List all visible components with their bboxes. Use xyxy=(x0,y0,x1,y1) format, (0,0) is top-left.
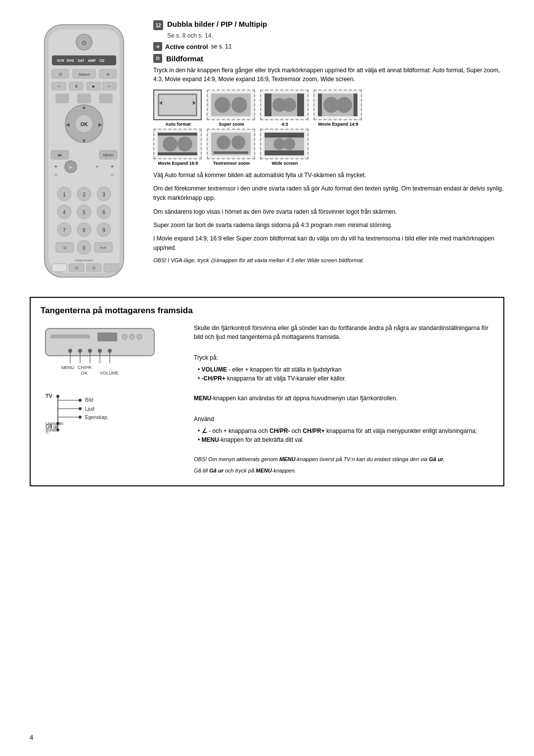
svg-rect-95 xyxy=(158,152,197,155)
section-pip-subtitle: Se s. 8 och s. 14. xyxy=(167,32,504,39)
svg-text:VOLUME: VOLUME xyxy=(100,371,119,376)
format-movieexpand149: Movie Expand 14:9 xyxy=(313,90,363,127)
svg-rect-77 xyxy=(159,95,196,115)
svg-text:⊘: ⊘ xyxy=(106,72,110,77)
svg-text:⊡: ⊡ xyxy=(59,72,62,77)
svg-text:VCR: VCR xyxy=(57,59,64,62)
active-control-row: ⊘ Active control se s. 11 xyxy=(153,42,504,51)
section-num-pip: 12 xyxy=(153,20,163,30)
svg-text:OK: OK xyxy=(81,371,88,376)
svg-text:DVD: DVD xyxy=(67,59,74,62)
svg-rect-75 xyxy=(104,264,119,272)
svg-text:MENU: MENU xyxy=(103,153,114,157)
svg-rect-103 xyxy=(265,133,304,138)
svg-text:8: 8 xyxy=(83,228,86,233)
svg-point-87 xyxy=(282,98,296,112)
svg-point-137 xyxy=(79,416,82,419)
bullet-nav: • ∠ - och + knapparna och CH/PR- och CH/… xyxy=(198,426,493,435)
format-movieexpand149-label: Movie Expand 14:9 xyxy=(313,122,363,127)
svg-text:SAT: SAT xyxy=(78,59,85,62)
svg-text:2: 2 xyxy=(83,192,86,197)
section-pip-header: 12 Dubbla bilder / PIP / Multipip xyxy=(153,20,504,30)
content-area: 12 Dubbla bilder / PIP / Multipip Se s. … xyxy=(153,20,504,282)
active-control-ref: se s. 11 xyxy=(211,43,232,50)
svg-rect-101 xyxy=(214,151,248,154)
bottom-right-text: Skulle din fjärrkontroll försvinna eller… xyxy=(194,324,493,477)
svg-text:⊡: ⊡ xyxy=(63,246,66,249)
format-movieexpand169: Movie Expand 16:9 xyxy=(153,129,203,166)
bullet-chpr: • -CH/PR+ knapparna för att välja TV-kan… xyxy=(198,374,493,383)
bottom-section: Tangenterna på mottagarens framsida xyxy=(30,297,504,486)
svg-point-134 xyxy=(79,407,82,410)
svg-text:▲: ▲ xyxy=(82,104,87,110)
svg-point-96 xyxy=(163,137,178,151)
bildformat-icon: ⊡ xyxy=(153,54,162,63)
body-para-1: Välj Auto format så kommer bilden att au… xyxy=(153,171,504,180)
tryck-pa-label: Tryck på: xyxy=(194,353,493,362)
anvand-label: Använd xyxy=(194,415,493,424)
svg-text:P: P xyxy=(96,165,98,169)
svg-text:⏸: ⏸ xyxy=(74,84,78,89)
svg-text:CH/PR: CH/PR xyxy=(78,365,92,370)
ga-ur-label: Gå ur xyxy=(45,424,58,429)
bildformat-header: ⊡ Bildformat xyxy=(153,54,504,63)
svg-text:CD: CD xyxy=(99,59,104,62)
svg-text:▼: ▼ xyxy=(82,138,87,143)
obs-menu1: OBS! Om menyn aktiverats genom MENU-knap… xyxy=(194,455,493,464)
svg-rect-70 xyxy=(52,264,67,272)
svg-text:6: 6 xyxy=(102,210,105,215)
format-movieexpand169-label: Movie Expand 16:9 xyxy=(153,161,203,166)
svg-text:TV: TV xyxy=(45,393,53,399)
obs-note-vga: OBS! I VGA-läge, tryck ⊡-knappen för att… xyxy=(153,257,504,264)
section-title-pip: Dubbla bilder / PIP / Multipip xyxy=(167,20,267,28)
bullet-volume: • VOLUME - eller + knappen för att ställ… xyxy=(198,365,493,374)
format-textremsor: Textremsor zoom xyxy=(207,129,256,166)
svg-text:+: + xyxy=(111,163,114,169)
svg-text:P+P: P+P xyxy=(100,246,106,249)
format-auto-label: Auto format xyxy=(153,122,203,127)
svg-point-115 xyxy=(88,349,92,353)
obs-menu2: Gå till Gå ur och tryck på MENU-knappen. xyxy=(194,467,493,475)
svg-point-117 xyxy=(108,349,112,353)
svg-point-100 xyxy=(231,136,245,149)
svg-rect-89 xyxy=(318,94,322,116)
format-row-1: Auto format Super zoom xyxy=(153,90,504,127)
svg-text:MENU: MENU xyxy=(61,365,75,370)
svg-text:Select: Select xyxy=(79,72,90,77)
svg-text:«: « xyxy=(58,84,60,89)
svg-text:▶: ▶ xyxy=(98,122,102,127)
bottom-content: MENU CH/PR OK VOLUME TV Bild xyxy=(41,324,493,477)
format-widescreen-label: Wide screen xyxy=(260,161,310,166)
svg-point-97 xyxy=(178,137,192,151)
body-para-5: I Movie expand 14:9, 16:9 eller Super zo… xyxy=(153,234,504,253)
body-para-4: Super zoom tar bort de svarta raderna lä… xyxy=(153,221,504,230)
svg-text:4: 4 xyxy=(63,210,66,215)
svg-point-110 xyxy=(122,334,127,339)
svg-text:9: 9 xyxy=(102,228,105,233)
format-superzoom: Super zoom xyxy=(207,90,256,127)
svg-point-131 xyxy=(79,399,82,402)
svg-text:⊡: ⊡ xyxy=(92,266,95,270)
svg-text:»: » xyxy=(108,84,111,89)
page-number: 4 xyxy=(30,734,33,741)
body-para-2: Om det förekommer textremsor i den undre… xyxy=(153,184,504,203)
svg-point-111 xyxy=(130,334,134,339)
svg-text:–: – xyxy=(111,171,114,177)
format-43: 4:3 xyxy=(260,90,310,127)
format-widescreen: Wide screen xyxy=(260,129,310,166)
svg-rect-108 xyxy=(50,334,90,338)
svg-text:5: 5 xyxy=(83,210,86,215)
svg-point-116 xyxy=(98,349,102,353)
svg-text:Bild: Bild xyxy=(85,397,93,403)
format-superzoom-label: Super zoom xyxy=(207,122,256,127)
svg-text:1: 1 xyxy=(63,192,66,197)
svg-rect-94 xyxy=(158,133,197,136)
bildformat-title: Bildformat xyxy=(166,54,203,63)
svg-text:⏻: ⏻ xyxy=(82,40,87,46)
active-control-label: Active control xyxy=(165,43,208,50)
svg-text:Active kontrol: Active kontrol xyxy=(75,259,93,262)
svg-point-128 xyxy=(56,395,59,398)
svg-text:+: + xyxy=(54,163,57,169)
format-textremsor-label: Textremsor zoom xyxy=(207,161,256,166)
svg-text:3: 3 xyxy=(102,192,105,197)
